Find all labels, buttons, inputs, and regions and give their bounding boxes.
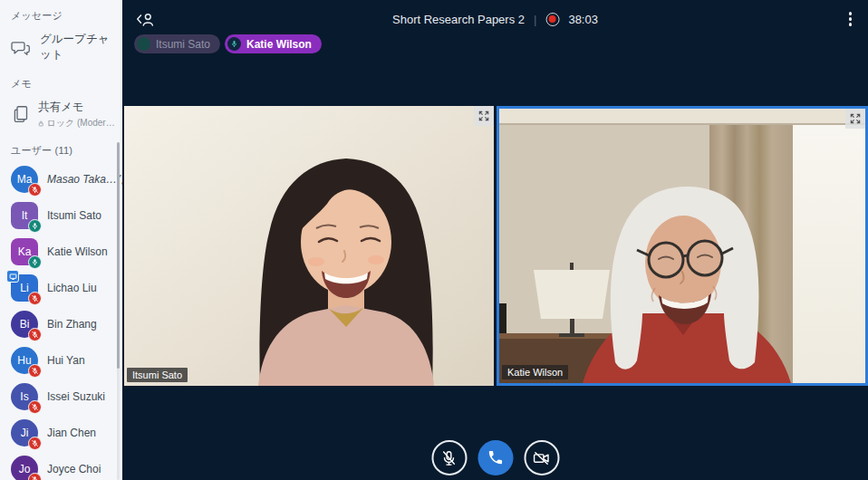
user-list-item[interactable]: Ka Katie Wilson [0, 234, 122, 270]
shared-notes-lock-status: ロック (Moderator)に… [38, 117, 116, 130]
speaker-name: Itsumi Sato [156, 38, 210, 51]
speaker-name: Katie Wilson [246, 38, 312, 51]
muted-mic-badge-icon [28, 400, 42, 414]
avatar: Ma [11, 166, 38, 193]
action-bar [431, 440, 559, 475]
users-header: ユーザー (11) [11, 144, 122, 158]
group-chat-label: グループチャット [40, 32, 119, 62]
leave-audio-button[interactable] [477, 440, 513, 475]
user-list-item[interactable]: Ji Jian Chen [0, 415, 122, 451]
webcam-toggle-button[interactable] [524, 440, 559, 475]
muted-mic-badge-icon [28, 328, 42, 341]
fullscreen-icon[interactable] [474, 106, 494, 126]
sidebar-item-shared-notes[interactable]: 共有メモ ロック (Moderator)に… [0, 94, 122, 135]
avatar: Jo [11, 456, 38, 480]
user-name: Lichao Liu [47, 282, 97, 294]
webcam-off-icon [533, 449, 551, 467]
avatar-initials: Jo [19, 463, 31, 475]
user-list-item[interactable]: Li Lichao Liu [0, 270, 122, 306]
muted-mic-badge-icon [28, 364, 42, 378]
avatar: Hu [11, 347, 38, 374]
avatar-initials: Li [20, 282, 28, 294]
notes-header: メモ [11, 77, 122, 91]
user-name: Joyce Choi [47, 463, 101, 475]
phone-icon [487, 449, 504, 466]
screen-share-badge-icon [6, 270, 19, 283]
user-list-item[interactable]: Ma Masao Taka…(自分) [0, 161, 122, 197]
talking-indicator-katie[interactable]: Katie Wilson [225, 34, 322, 53]
user-name: Itsumi Sato [47, 209, 101, 222]
sidebar-scrollbar[interactable] [117, 142, 120, 480]
avatar: Ka [11, 238, 38, 265]
lock-icon [38, 120, 44, 128]
microphone-muted-icon [440, 449, 458, 467]
user-name: Hui Yan [47, 354, 85, 367]
talking-indicator-itsumi[interactable]: Itsumi Sato [134, 34, 220, 53]
mic-on-badge-icon [28, 255, 42, 269]
muted-mic-badge-icon [28, 183, 42, 197]
avatar-initials: It [22, 209, 28, 222]
active-mic-icon [227, 37, 241, 51]
user-name: Jian Chen [47, 427, 96, 439]
mute-toggle-button[interactable] [431, 440, 467, 475]
muted-mic-badge-icon [28, 292, 42, 305]
user-name: Katie Wilson [47, 245, 108, 258]
messages-header: メッセージ [11, 9, 122, 23]
user-list: Ma Masao Taka…(自分) It [0, 161, 122, 480]
avatar: It [11, 202, 38, 229]
user-name: Masao Taka…(自分) [47, 172, 122, 187]
main-area: Short Research Papers 2 | 38:03 Itsumi S… [122, 0, 868, 480]
topbar: Short Research Papers 2 | 38:03 [122, 0, 868, 38]
recording-indicator-icon[interactable] [545, 13, 559, 26]
video-grid: Itsumi Sato [124, 106, 868, 386]
avatar: Ji [11, 419, 38, 446]
user-name: Bin Zhang [47, 318, 97, 331]
fullscreen-icon[interactable] [845, 109, 865, 129]
muted-mic-badge-icon [28, 437, 42, 450]
shared-notes-icon [11, 104, 30, 125]
user-list-item[interactable]: Bi Bin Zhang [0, 306, 122, 342]
muted-mic-badge-icon [28, 473, 42, 480]
avatar: Is [11, 383, 38, 410]
meeting-app: メッセージ グループチャット メモ 共有メモ [0, 0, 868, 480]
mic-on-badge-icon [28, 219, 42, 233]
options-menu-icon[interactable] [845, 8, 856, 30]
recording-timer: 38:03 [568, 13, 598, 26]
avatar-initials: Ka [18, 245, 32, 258]
sidebar-scrollbar-thumb[interactable] [117, 142, 120, 369]
avatar: Li [11, 274, 38, 302]
user-list-item[interactable]: Is Issei Suzuki [0, 379, 122, 415]
avatar-initials: Bi [20, 318, 30, 331]
sidebar-item-group-chat[interactable]: グループチャット [0, 26, 122, 68]
video-tile-itsumi: Itsumi Sato [124, 106, 494, 386]
avatar: Bi [11, 311, 38, 338]
avatar-initials: Is [20, 390, 28, 403]
sidebar: メッセージ グループチャット メモ 共有メモ [0, 0, 122, 480]
avatar-initials: Ji [21, 427, 29, 439]
talking-indicators: Itsumi Sato Katie Wilson [134, 34, 322, 53]
user-name: Issei Suzuki [47, 390, 105, 403]
title-separator: | [534, 13, 536, 26]
video-name-tag: Itsumi Sato [127, 368, 188, 382]
avatar-initials: Hu [17, 354, 31, 367]
video-tile-katie: Katie Wilson [497, 106, 868, 386]
speaker-dot-icon [137, 37, 150, 51]
title-cluster: Short Research Papers 2 | 38:03 [392, 0, 598, 38]
video-name-tag: Katie Wilson [502, 365, 568, 379]
toggle-user-list-icon[interactable] [135, 11, 157, 28]
user-list-item[interactable]: It Itsumi Sato [0, 197, 122, 234]
chat-bubbles-icon [11, 38, 32, 57]
webcam-video-katie [499, 109, 865, 383]
webcam-video-itsumi [124, 106, 494, 386]
shared-notes-label: 共有メモ [38, 100, 116, 115]
meeting-title: Short Research Papers 2 [392, 13, 525, 26]
user-list-item[interactable]: Jo Joyce Choi [0, 451, 122, 480]
user-list-item[interactable]: Hu Hui Yan [0, 342, 122, 379]
